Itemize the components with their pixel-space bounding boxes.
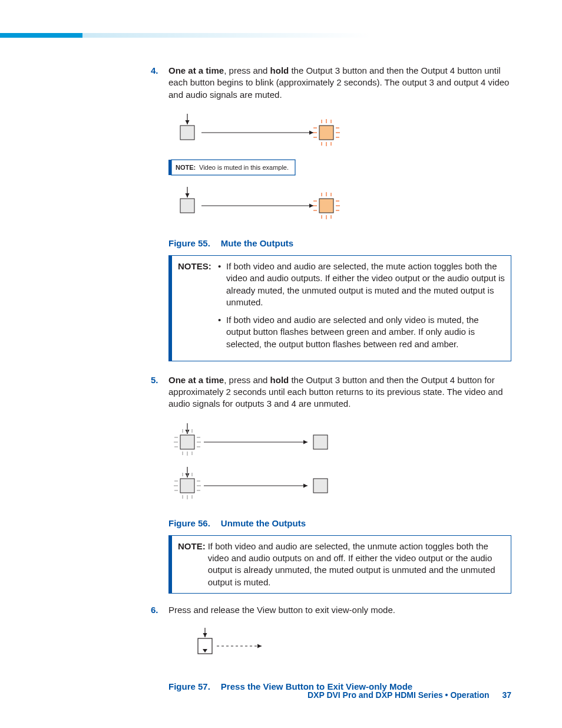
step-text: One at a time, press and hold the Output… — [168, 374, 511, 410]
radiating-button-icon — [174, 429, 201, 456]
notes-label: NOTES: — [178, 261, 218, 356]
amber-button-icon — [313, 119, 340, 146]
emphasis: hold — [270, 375, 289, 385]
svg-rect-3 — [319, 126, 333, 140]
mini-note-label: NOTE: — [176, 164, 196, 171]
note-item: If both video and audio are selected, th… — [218, 261, 505, 308]
header-accent-bar — [0, 33, 82, 38]
page-number: 37 — [502, 690, 511, 700]
step-number: 6. — [151, 604, 168, 616]
radiating-button-icon — [174, 472, 201, 499]
emphasis: One at a time — [168, 65, 224, 75]
note-item: If both video and audio are selected and… — [218, 314, 505, 350]
step-4: 4. One at a time, press and hold the Out… — [151, 65, 511, 101]
svg-rect-49 — [313, 435, 328, 449]
svg-rect-65 — [313, 479, 328, 493]
step-number: 4. — [151, 65, 168, 101]
notes-list: If both video and audio are selected, th… — [218, 261, 505, 356]
notes-box: NOTES: If both video and audio are selec… — [168, 255, 511, 361]
footer-title: DXP DVI Pro and DXP HDMI Series • Operat… — [308, 690, 490, 700]
mini-note-text: Video is muted in this example. — [199, 164, 289, 171]
svg-rect-51 — [180, 479, 194, 493]
emphasis: One at a time — [168, 375, 224, 385]
note-text: If both video and audio are selected, th… — [208, 541, 505, 588]
svg-rect-19 — [180, 199, 194, 213]
svg-rect-16 — [168, 160, 171, 175]
note-box: NOTE: If both video and audio are select… — [168, 535, 511, 594]
step-text: Press and release the View button to exi… — [168, 604, 511, 616]
step-text: One at a time, press and hold the Output… — [168, 65, 511, 101]
figure-55-diagram: NOTE: Video is muted in this example. — [168, 111, 511, 229]
figure-56-caption: Figure 56.Unmute the Outputs — [168, 518, 511, 529]
page-footer: DXP DVI Pro and DXP HDMI Series • Operat… — [0, 690, 511, 700]
page-content: 4. One at a time, press and hold the Out… — [151, 65, 511, 699]
figure-57-diagram — [192, 627, 511, 660]
step-5: 5. One at a time, press and hold the Out… — [151, 374, 511, 410]
svg-rect-21 — [319, 199, 333, 213]
emphasis: hold — [270, 65, 289, 75]
amber-button-icon — [313, 192, 340, 219]
header-fade-bar — [82, 33, 562, 38]
svg-rect-35 — [180, 435, 194, 449]
svg-rect-1 — [180, 126, 194, 140]
step-6: 6. Press and release the View button to … — [151, 604, 511, 616]
note-label: NOTE: — [178, 541, 208, 588]
step-number: 5. — [151, 374, 168, 410]
figure-55-caption: Figure 55.Mute the Outputs — [168, 238, 511, 249]
figure-56-diagram — [168, 421, 511, 509]
